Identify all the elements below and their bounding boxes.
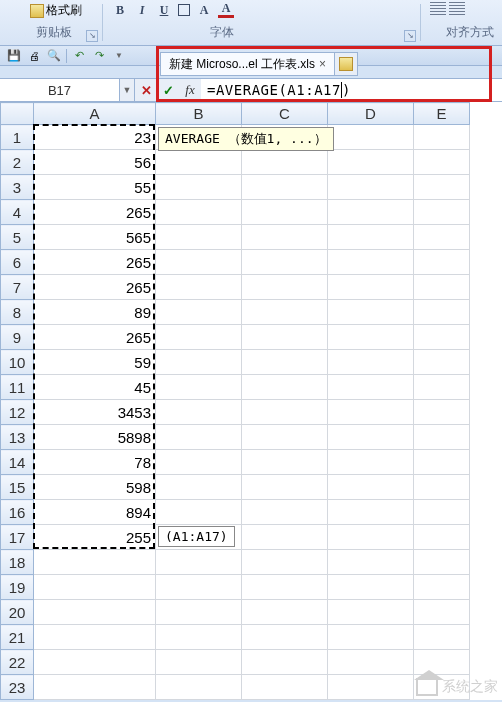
cell-A17[interactable]: 255 [34, 525, 156, 550]
cell-D13[interactable] [328, 425, 414, 450]
cell-D17[interactable] [328, 525, 414, 550]
cell-E14[interactable] [414, 450, 470, 475]
qat-dropdown-icon[interactable]: ▼ [111, 48, 127, 64]
cell-B4[interactable] [156, 200, 242, 225]
cell-A15[interactable]: 598 [34, 475, 156, 500]
cell-C3[interactable] [242, 175, 328, 200]
formula-input[interactable]: =AVERAGE(A1:A17) [201, 79, 502, 101]
new-tab-button[interactable] [335, 57, 357, 71]
name-box-dropdown[interactable]: ▼ [120, 79, 135, 101]
font-size-button[interactable]: A [196, 2, 212, 18]
cell-B14[interactable] [156, 450, 242, 475]
cell-C15[interactable] [242, 475, 328, 500]
font-dialog-launcher[interactable]: ↘ [404, 30, 416, 42]
cell-E10[interactable] [414, 350, 470, 375]
row-header-14[interactable]: 14 [1, 450, 34, 475]
cell-B10[interactable] [156, 350, 242, 375]
cell-E4[interactable] [414, 200, 470, 225]
cell-A8[interactable]: 89 [34, 300, 156, 325]
underline-button[interactable]: U [156, 2, 172, 18]
cell-D9[interactable] [328, 325, 414, 350]
cell-A7[interactable]: 265 [34, 275, 156, 300]
cell-C12[interactable] [242, 400, 328, 425]
cell-E6[interactable] [414, 250, 470, 275]
cell-B3[interactable] [156, 175, 242, 200]
spreadsheet-grid[interactable]: A B C D E 123256355426555656265726588992… [0, 102, 502, 700]
row-header-8[interactable]: 8 [1, 300, 34, 325]
cell-D22[interactable] [328, 650, 414, 675]
cell-A1[interactable]: 23 [34, 125, 156, 150]
cell-C6[interactable] [242, 250, 328, 275]
cell-E20[interactable] [414, 600, 470, 625]
format-painter-button[interactable]: 格式刷 [30, 2, 82, 19]
col-header-B[interactable]: B [156, 103, 242, 125]
select-all-corner[interactable] [1, 103, 34, 125]
cell-C5[interactable] [242, 225, 328, 250]
cell-E21[interactable] [414, 625, 470, 650]
increase-indent-button[interactable] [449, 2, 465, 16]
row-header-1[interactable]: 1 [1, 125, 34, 150]
row-header-7[interactable]: 7 [1, 275, 34, 300]
cell-B19[interactable] [156, 575, 242, 600]
cell-D19[interactable] [328, 575, 414, 600]
border-button[interactable] [178, 4, 190, 16]
cell-C21[interactable] [242, 625, 328, 650]
row-header-5[interactable]: 5 [1, 225, 34, 250]
cell-B2[interactable] [156, 150, 242, 175]
cell-D7[interactable] [328, 275, 414, 300]
row-header-17[interactable]: 17 [1, 525, 34, 550]
confirm-button[interactable]: ✓ [157, 79, 179, 101]
row-header-13[interactable]: 13 [1, 425, 34, 450]
cell-B13[interactable] [156, 425, 242, 450]
cell-C2[interactable] [242, 150, 328, 175]
cell-E12[interactable] [414, 400, 470, 425]
clipboard-dialog-launcher[interactable]: ↘ [86, 30, 98, 42]
cell-A9[interactable]: 265 [34, 325, 156, 350]
cell-C9[interactable] [242, 325, 328, 350]
cell-C16[interactable] [242, 500, 328, 525]
fx-button[interactable]: fx [179, 79, 201, 101]
cell-A12[interactable]: 3453 [34, 400, 156, 425]
cell-E19[interactable] [414, 575, 470, 600]
row-header-11[interactable]: 11 [1, 375, 34, 400]
cell-E11[interactable] [414, 375, 470, 400]
row-header-3[interactable]: 3 [1, 175, 34, 200]
cell-C18[interactable] [242, 550, 328, 575]
col-header-A[interactable]: A [34, 103, 156, 125]
cancel-button[interactable]: ✕ [135, 79, 157, 101]
cell-C7[interactable] [242, 275, 328, 300]
undo-icon[interactable]: ↶ [71, 48, 87, 64]
cell-B16[interactable] [156, 500, 242, 525]
cell-C13[interactable] [242, 425, 328, 450]
row-header-6[interactable]: 6 [1, 250, 34, 275]
cell-A5[interactable]: 565 [34, 225, 156, 250]
cell-B15[interactable] [156, 475, 242, 500]
cell-E16[interactable] [414, 500, 470, 525]
cell-C19[interactable] [242, 575, 328, 600]
row-header-12[interactable]: 12 [1, 400, 34, 425]
col-header-C[interactable]: C [242, 103, 328, 125]
cell-E8[interactable] [414, 300, 470, 325]
row-header-19[interactable]: 19 [1, 575, 34, 600]
cell-E3[interactable] [414, 175, 470, 200]
workbook-tab[interactable]: 新建 Microso...el 工作表.xls × [161, 53, 335, 75]
cell-B8[interactable] [156, 300, 242, 325]
cell-C8[interactable] [242, 300, 328, 325]
cell-D6[interactable] [328, 250, 414, 275]
cell-B7[interactable] [156, 275, 242, 300]
cell-A10[interactable]: 59 [34, 350, 156, 375]
row-header-10[interactable]: 10 [1, 350, 34, 375]
cell-D20[interactable] [328, 600, 414, 625]
cell-D5[interactable] [328, 225, 414, 250]
cell-E15[interactable] [414, 475, 470, 500]
col-header-E[interactable]: E [414, 103, 470, 125]
row-header-20[interactable]: 20 [1, 600, 34, 625]
row-header-18[interactable]: 18 [1, 550, 34, 575]
cell-B6[interactable] [156, 250, 242, 275]
cell-B5[interactable] [156, 225, 242, 250]
row-header-15[interactable]: 15 [1, 475, 34, 500]
italic-button[interactable]: I [134, 2, 150, 18]
cell-D1[interactable] [328, 125, 414, 150]
cell-B11[interactable] [156, 375, 242, 400]
cell-E1[interactable] [414, 125, 470, 150]
